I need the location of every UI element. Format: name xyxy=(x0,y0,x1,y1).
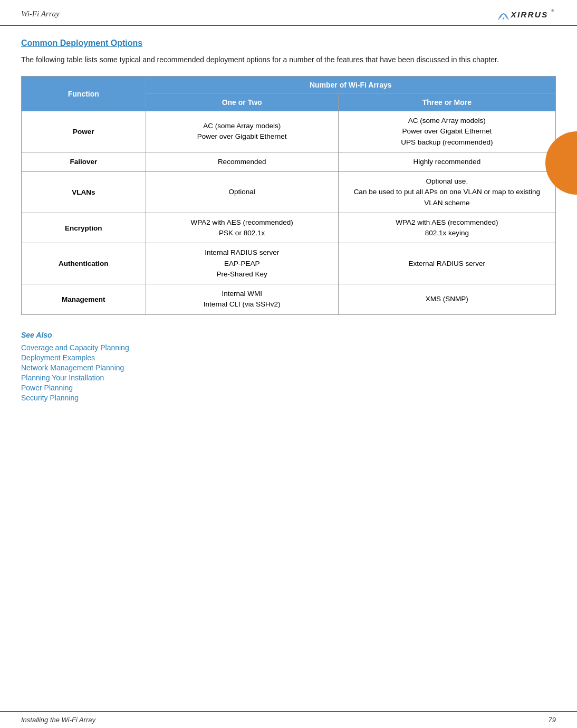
table-row-three-more-3: WPA2 with AES (recommended)802.1x keying xyxy=(338,213,555,243)
table-row-three-more-5: XMS (SNMP) xyxy=(338,284,555,315)
th-one-or-two: One or Two xyxy=(146,94,338,111)
footer-left: Installing the Wi-Fi Array xyxy=(21,716,95,724)
see-also-link-4[interactable]: Power Planning xyxy=(21,384,73,392)
see-also-link-0[interactable]: Coverage and Capacity Planning xyxy=(21,343,129,352)
table-row-function-0: Power xyxy=(22,111,146,152)
see-also-item-3[interactable]: Planning Your Installation xyxy=(21,373,556,382)
page-header: Wi-Fi Array XIRRUS ® xyxy=(0,0,577,26)
th-number-of-arrays: Number of Wi-Fi Arrays xyxy=(146,76,555,94)
table-row-one-two-1: Recommended xyxy=(146,152,338,171)
xirrus-logo: XIRRUS ® xyxy=(497,6,556,21)
table-row-one-two-5: Internal WMIInternal CLI (via SSHv2) xyxy=(146,284,338,315)
logo-container: XIRRUS ® xyxy=(497,6,556,21)
see-also-link-2[interactable]: Network Management Planning xyxy=(21,363,124,372)
table-row-three-more-1: Highly recommended xyxy=(338,152,555,171)
svg-text:XIRRUS: XIRRUS xyxy=(511,10,549,19)
page-footer: Installing the Wi-Fi Array 79 xyxy=(0,711,577,728)
table-row-three-more-4: External RADIUS server xyxy=(338,243,555,284)
section-title: Common Deployment Options xyxy=(21,39,556,48)
deployment-table: Function Number of Wi-Fi Arrays One or T… xyxy=(21,76,556,315)
table-row-one-two-2: Optional xyxy=(146,172,338,213)
table-row-three-more-2: Optional use,Can be used to put all APs … xyxy=(338,172,555,213)
table-row-one-two-4: Internal RADIUS serverEAP-PEAPPre-Shared… xyxy=(146,243,338,284)
table-row-function-4: Authentication xyxy=(22,243,146,284)
see-also-item-4[interactable]: Power Planning xyxy=(21,384,556,392)
table-row-function-2: VLANs xyxy=(22,172,146,213)
header-title: Wi-Fi Array xyxy=(21,9,60,18)
see-also-item-1[interactable]: Deployment Examples xyxy=(21,353,556,362)
page-content: Common Deployment Options The following … xyxy=(0,26,577,414)
see-also-label: See Also xyxy=(21,331,556,339)
th-three-or-more: Three or More xyxy=(338,94,555,111)
table-row-one-two-3: WPA2 with AES (recommended)PSK or 802.1x xyxy=(146,213,338,243)
svg-point-0 xyxy=(503,17,505,20)
table-row-function-5: Management xyxy=(22,284,146,315)
th-function: Function xyxy=(22,76,146,111)
see-also-item-5[interactable]: Security Planning xyxy=(21,394,556,402)
intro-text: The following table lists some typical a… xyxy=(21,54,556,65)
table-row-one-two-0: AC (some Array models)Power over Gigabit… xyxy=(146,111,338,152)
see-also-item-0[interactable]: Coverage and Capacity Planning xyxy=(21,343,556,352)
svg-text:®: ® xyxy=(552,9,554,13)
see-also-link-1[interactable]: Deployment Examples xyxy=(21,353,95,362)
table-row-function-3: Encryption xyxy=(22,213,146,243)
see-also-link-3[interactable]: Planning Your Installation xyxy=(21,373,104,382)
see-also-item-2[interactable]: Network Management Planning xyxy=(21,363,556,372)
footer-right: 79 xyxy=(549,716,556,724)
see-also-list: Coverage and Capacity PlanningDeployment… xyxy=(21,343,556,402)
table-row-three-more-0: AC (some Array models)Power over Gigabit… xyxy=(338,111,555,152)
see-also-link-5[interactable]: Security Planning xyxy=(21,394,79,402)
table-row-function-1: Failover xyxy=(22,152,146,171)
